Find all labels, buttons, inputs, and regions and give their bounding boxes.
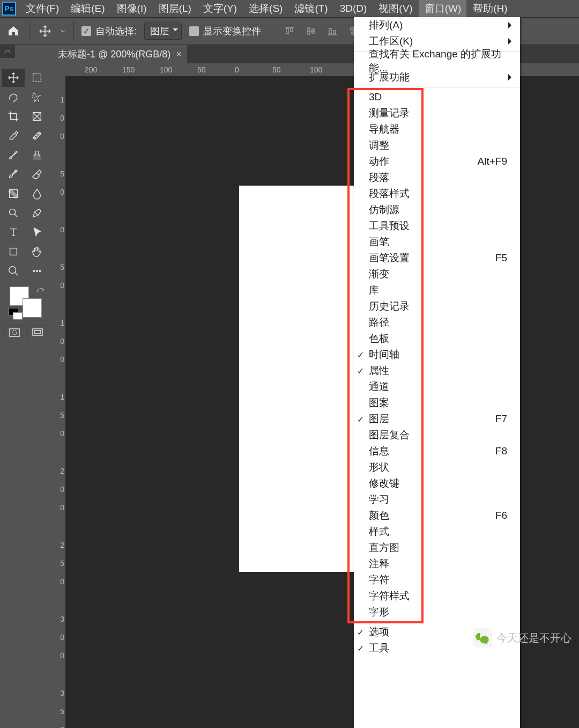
align-vcenter-button[interactable]	[304, 24, 318, 38]
menu-item-34[interactable]: 直方图	[354, 540, 520, 556]
tool-edit-toolbar[interactable]	[26, 262, 48, 280]
tool-crop[interactable]	[2, 107, 25, 126]
menu-item-23[interactable]: ✓属性	[354, 363, 520, 379]
screenmode-button[interactable]	[27, 325, 47, 340]
ruler-tick-label: 150	[122, 65, 135, 74]
tool-eraser[interactable]	[26, 165, 48, 183]
tool-stamp[interactable]	[26, 146, 48, 164]
menu-item-19[interactable]: 历史记录	[354, 298, 520, 314]
swap-colors-icon[interactable]	[36, 285, 45, 292]
app-logo-text: Ps	[4, 4, 13, 13]
menu-item-20[interactable]: 路径	[354, 314, 520, 330]
tool-marquee[interactable]	[26, 69, 48, 87]
quickmask-button[interactable]	[4, 325, 24, 340]
menu-item-7[interactable]: 测量记录	[354, 105, 520, 121]
tool-hand[interactable]	[26, 242, 48, 261]
menu-item-label: 注释	[369, 557, 389, 571]
menu-item-37[interactable]: 字符样式	[354, 588, 520, 604]
tool-history-brush[interactable]	[2, 165, 25, 183]
menu-select[interactable]: 选择(S)	[243, 0, 288, 17]
menu-item-30[interactable]: 修改键	[354, 475, 520, 491]
ruler-vertical[interactable]: 1005005010015020025030035040045050055060	[53, 76, 65, 728]
menu-item-4[interactable]: 扩展功能	[354, 69, 520, 85]
menu-item-27[interactable]: 图层复合	[354, 427, 520, 443]
menu-item-label: 调整	[369, 138, 389, 152]
chevron-down-icon[interactable]	[61, 28, 66, 34]
menu-image[interactable]: 图像(I)	[112, 0, 152, 17]
menu-item-32[interactable]: 颜色F6	[354, 508, 520, 524]
ruler-tick-label: 5	[53, 411, 64, 420]
tool-blur[interactable]	[26, 185, 48, 203]
menu-item-shortcut: F7	[495, 413, 511, 425]
tool-brush[interactable]	[2, 146, 25, 164]
align-bottom-button[interactable]	[325, 24, 339, 38]
show-transform-checkbox[interactable]: 显示变换控件	[189, 25, 261, 38]
menu-view[interactable]: 视图(V)	[373, 0, 418, 17]
menu-item-22[interactable]: ✓时间轴	[354, 347, 520, 363]
menu-item-13[interactable]: 仿制源	[354, 202, 520, 218]
menu-edit[interactable]: 编辑(E)	[65, 0, 110, 17]
color-swatches[interactable]	[2, 285, 49, 314]
menu-item-15[interactable]: 画笔	[354, 234, 520, 250]
home-button[interactable]	[5, 23, 21, 39]
menu-item-10[interactable]: 动作Alt+F9	[354, 153, 520, 170]
menu-file[interactable]: 文件(F)	[20, 0, 64, 17]
tool-lasso[interactable]	[2, 88, 25, 106]
tool-pen[interactable]	[26, 204, 48, 222]
menu-item-33[interactable]: 样式	[354, 524, 520, 540]
menu-item-14[interactable]: 工具预设	[354, 218, 520, 234]
background-color[interactable]	[23, 298, 42, 318]
menu-item-3[interactable]: 查找有关 Exchange 的扩展功能...	[354, 53, 520, 69]
menu-layer[interactable]: 图层(L)	[153, 0, 197, 17]
menu-item-31[interactable]: 学习	[354, 491, 520, 508]
menu-item-label: 色板	[369, 332, 389, 345]
tool-healing[interactable]	[26, 127, 48, 145]
menu-item-6[interactable]: 3D	[354, 89, 520, 105]
tool-dodge[interactable]	[2, 204, 25, 222]
menu-window[interactable]: 窗口(W)	[419, 0, 467, 17]
menu-help[interactable]: 帮助(H)	[467, 0, 513, 17]
menu-item-25[interactable]: 图案	[354, 395, 520, 411]
tool-move[interactable]	[2, 69, 25, 87]
menu-3d[interactable]: 3D(D)	[335, 1, 373, 16]
menu-item-29[interactable]: 形状	[354, 459, 520, 475]
auto-select-target[interactable]: 图层	[144, 23, 182, 40]
menu-item-36[interactable]: 字符	[354, 572, 520, 588]
tool-shape[interactable]	[2, 242, 25, 261]
menu-item-16[interactable]: 画笔设置F5	[354, 250, 520, 266]
move-tool-indicator[interactable]	[37, 23, 53, 39]
menu-item-0[interactable]: 排列(A)	[354, 17, 520, 33]
ruler-tick-label: 0	[53, 577, 64, 586]
menu-item-26[interactable]: ✓图层F7	[354, 411, 520, 427]
tool-text[interactable]	[2, 223, 25, 241]
ruler-tick-label: 5	[53, 707, 64, 716]
menu-item-12[interactable]: 段落样式	[354, 186, 520, 202]
menu-filter[interactable]: 滤镜(T)	[289, 0, 333, 17]
tool-zoom[interactable]	[2, 262, 25, 280]
menu-item-24[interactable]: 通道	[354, 379, 520, 395]
menu-item-18[interactable]: 库	[354, 282, 520, 298]
menu-type[interactable]: 文字(Y)	[198, 0, 242, 17]
menu-item-11[interactable]: 段落	[354, 170, 520, 186]
document-tab[interactable]: 未标题-1 @ 200%(RGB/8) ×	[53, 45, 187, 63]
tool-path-select[interactable]	[26, 223, 48, 241]
menu-item-28[interactable]: 信息F8	[354, 443, 520, 459]
menu-item-35[interactable]: 注释	[354, 556, 520, 572]
close-tab-icon[interactable]: ×	[176, 49, 182, 60]
menu-item-38[interactable]: 字形	[354, 604, 520, 620]
auto-select-checkbox[interactable]: 自动选择:	[81, 25, 137, 38]
menu-item-9[interactable]: 调整	[354, 137, 520, 153]
ruler-tick-label: 1	[53, 95, 64, 104]
align-top-button[interactable]	[283, 24, 296, 38]
menu-item-17[interactable]: 渐变	[354, 266, 520, 282]
menu-item-21[interactable]: 色板	[354, 330, 520, 347]
tool-eyedropper[interactable]	[2, 127, 25, 145]
tool-quick-select[interactable]	[26, 88, 48, 106]
ruler-tick-label: 50	[197, 65, 206, 74]
menu-item-8[interactable]: 导航器	[354, 121, 520, 137]
tool-gradient[interactable]	[2, 185, 25, 203]
collapsed-panel-dock[interactable]	[0, 45, 15, 58]
tool-frame[interactable]	[26, 107, 48, 126]
default-colors-icon-2	[13, 312, 23, 320]
check-icon: ✓	[357, 643, 364, 653]
